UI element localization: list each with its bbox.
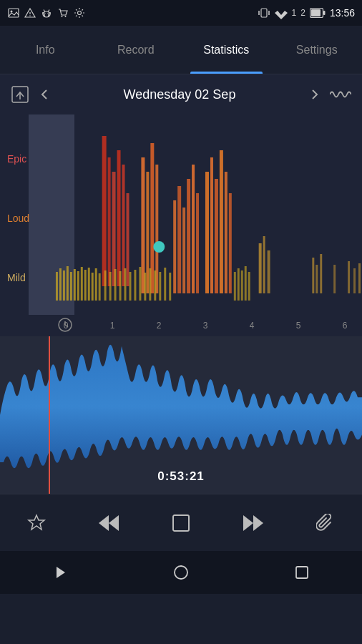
tab-bar: Info Record Statistics Settings	[0, 26, 362, 74]
chart-label-mild: Mild	[7, 272, 49, 283]
svg-point-101	[175, 566, 187, 579]
star-button[interactable]	[18, 504, 55, 542]
chart-svg-container	[49, 114, 362, 315]
date-nav: Wednesday 02 Sep	[0, 74, 362, 114]
tab-record[interactable]: Record	[91, 26, 182, 74]
svg-rect-68	[88, 268, 90, 301]
svg-rect-37	[173, 200, 176, 293]
svg-rect-84	[164, 268, 166, 301]
svg-rect-45	[215, 179, 218, 293]
svg-rect-44	[210, 157, 213, 293]
svg-marker-98	[243, 515, 253, 531]
signal-1-icon: 1	[292, 8, 297, 18]
vibrate-icon	[258, 6, 270, 19]
svg-rect-80	[144, 273, 146, 301]
waveform-area[interactable]: 0:53:21	[0, 336, 362, 494]
svg-rect-66	[81, 267, 83, 301]
battery-icon	[310, 8, 326, 18]
svg-rect-88	[241, 270, 243, 301]
svg-marker-95	[109, 515, 119, 531]
x-label-1: 1	[102, 321, 122, 331]
toolbar	[0, 494, 362, 551]
svg-rect-77	[129, 272, 131, 301]
svg-point-4	[29, 15, 30, 16]
time-display: 13:56	[330, 7, 355, 19]
next-date-button[interactable]	[302, 82, 328, 107]
export-button[interactable]	[9, 83, 31, 106]
recent-button[interactable]	[284, 555, 320, 590]
clock-icon	[57, 317, 73, 333]
svg-rect-46	[220, 150, 223, 293]
x-label-3: 3	[195, 321, 215, 331]
home-button[interactable]	[163, 555, 199, 590]
svg-rect-39	[182, 208, 185, 293]
forward-button[interactable]	[235, 504, 272, 542]
svg-rect-81	[149, 268, 151, 301]
svg-rect-86	[234, 272, 236, 301]
svg-rect-57	[353, 268, 356, 293]
x-label-4: 4	[242, 321, 262, 331]
rewind-button[interactable]	[90, 504, 127, 542]
image-icon	[7, 6, 20, 19]
svg-rect-90	[248, 272, 250, 301]
tab-info[interactable]: Info	[0, 26, 91, 74]
svg-rect-49	[259, 243, 262, 293]
svg-marker-100	[57, 567, 65, 578]
svg-rect-23	[323, 11, 326, 15]
svg-rect-75	[119, 271, 122, 301]
svg-rect-55	[333, 265, 336, 293]
svg-rect-85	[169, 273, 171, 301]
svg-rect-51	[268, 250, 270, 293]
svg-rect-65	[77, 271, 79, 301]
svg-rect-54	[320, 254, 322, 293]
prev-date-button[interactable]	[31, 82, 57, 107]
svg-rect-42	[196, 193, 199, 293]
svg-rect-83	[159, 272, 161, 301]
svg-rect-59	[56, 272, 58, 301]
svg-rect-58	[358, 263, 361, 293]
x-label-2: 2	[149, 321, 169, 331]
back-button[interactable]	[42, 555, 78, 590]
stop-button[interactable]	[162, 504, 200, 542]
svg-rect-79	[139, 267, 141, 301]
svg-rect-60	[59, 268, 62, 301]
svg-marker-20	[275, 11, 288, 19]
svg-rect-87	[238, 268, 240, 301]
svg-rect-43	[205, 172, 209, 293]
chart-area: Epic Loud Mild	[0, 114, 362, 336]
svg-rect-30	[122, 165, 125, 286]
svg-rect-82	[154, 270, 156, 301]
svg-rect-64	[74, 269, 76, 301]
svg-line-10	[44, 10, 45, 12]
wifi-icon	[275, 6, 288, 19]
svg-rect-78	[134, 270, 136, 301]
svg-rect-61	[63, 270, 65, 301]
svg-rect-69	[92, 273, 94, 301]
svg-rect-41	[192, 165, 195, 293]
shopping-icon	[57, 6, 69, 19]
svg-rect-50	[263, 236, 265, 293]
svg-rect-62	[67, 266, 69, 301]
svg-rect-17	[261, 9, 267, 17]
android-icon	[40, 6, 53, 19]
svg-marker-99	[253, 515, 263, 531]
svg-rect-40	[187, 179, 190, 293]
alert-icon	[24, 6, 36, 19]
svg-rect-47	[225, 172, 228, 293]
chart-labels: Epic Loud Mild	[0, 114, 49, 315]
svg-point-14	[62, 16, 63, 17]
svg-rect-31	[127, 193, 129, 286]
attach-button[interactable]	[307, 504, 344, 542]
chart-x-axis: 0 1 2 3 4 5 6	[49, 315, 362, 336]
wave-toggle-button[interactable]	[328, 82, 353, 107]
svg-line-93	[65, 325, 68, 327]
svg-rect-22	[311, 9, 321, 16]
tab-statistics[interactable]: Statistics	[181, 26, 272, 74]
svg-point-15	[65, 16, 67, 17]
svg-point-13	[47, 13, 49, 14]
svg-rect-48	[229, 193, 232, 293]
svg-rect-97	[173, 515, 189, 531]
signal-2-icon: 2	[300, 8, 305, 18]
svg-rect-76	[124, 268, 127, 301]
tab-settings[interactable]: Settings	[272, 26, 363, 74]
